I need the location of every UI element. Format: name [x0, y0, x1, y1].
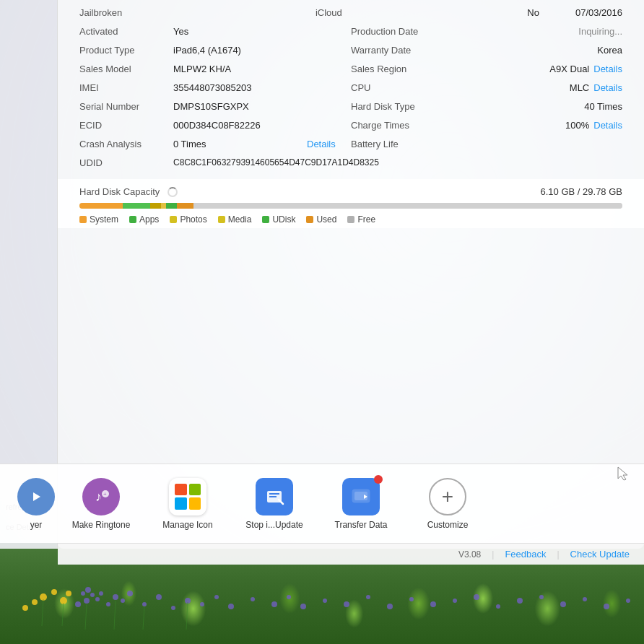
svg-point-11	[85, 587, 91, 593]
svg-line-53	[186, 602, 188, 630]
udid-label: UDID	[79, 157, 173, 168]
battery-life-label: Battery Life	[351, 139, 445, 154]
serial-number-value: DMPS10SFGXPX	[173, 101, 303, 112]
legend-used-dot	[306, 216, 313, 223]
legend-free-label: Free	[357, 214, 375, 225]
battery-details-link[interactable]: Details	[593, 120, 622, 131]
production-date-label: Production Date	[351, 26, 445, 41]
udid-value: C8C8C1F0632793914605654D47C9D17A1D4D8325	[173, 157, 622, 168]
svg-point-36	[474, 594, 479, 600]
svg-point-8	[90, 593, 95, 597]
legend-apps-label: Apps	[139, 214, 159, 225]
legend-photos-label: Photos	[180, 214, 206, 225]
svg-point-13	[75, 601, 81, 607]
serial-number-label: Serial Number	[79, 101, 173, 112]
svg-line-55	[62, 603, 64, 626]
disk-section: Hard Disk Capacity 6.10 GB / 29.78 GB Sy…	[58, 179, 644, 228]
ecid-value: 000D384C08F82226	[173, 120, 303, 131]
activated-label: Activated	[79, 26, 173, 37]
footer-sep2: |	[557, 549, 559, 560]
transfer-data-icon	[342, 478, 380, 515]
disk-capacity-value: 6.10 GB / 29.78 GB	[541, 186, 622, 197]
legend-system: System	[79, 214, 118, 225]
toolbar-stop-update[interactable]: Stop i...Update	[231, 472, 318, 536]
legend-used: Used	[306, 214, 336, 225]
feedback-link[interactable]: Feedback	[505, 549, 546, 560]
legend-system-label: System	[90, 214, 118, 225]
toolbar-player[interactable]: yer	[14, 472, 58, 536]
svg-marker-56	[33, 492, 40, 501]
disk-title-label: Hard Disk Capacity	[79, 186, 160, 197]
svg-point-30	[344, 601, 349, 607]
progress-apps	[123, 203, 150, 209]
legend-system-dot	[79, 216, 87, 223]
progress-media	[161, 203, 167, 209]
svg-point-43	[626, 599, 630, 603]
disk-legend: System Apps Photos Media UDisk Used	[79, 214, 622, 225]
win-sq-red	[175, 484, 187, 496]
win-sq-yellow	[189, 497, 201, 510]
jailbroken-label: Jailbroken	[79, 7, 173, 18]
hard-disk-details-link[interactable]: Details	[593, 82, 622, 93]
legend-media-label: Media	[228, 214, 252, 225]
svg-point-47	[32, 599, 38, 605]
progress-system	[79, 203, 123, 209]
svg-point-35	[453, 599, 457, 603]
win-sq-green	[189, 484, 201, 496]
legend-free: Free	[347, 214, 375, 225]
svg-point-22	[200, 602, 204, 606]
charge-times-value: 40 Times	[584, 101, 622, 116]
progress-udisk	[166, 203, 177, 209]
svg-point-29	[323, 599, 327, 603]
toolbar-transfer-data[interactable]: Transfer Data	[318, 472, 404, 536]
svg-point-18	[142, 602, 147, 606]
svg-point-27	[287, 595, 291, 599]
customize-label: Customize	[427, 520, 469, 530]
progress-free	[193, 203, 622, 209]
crash-analysis-value: 0 Times	[173, 139, 303, 149]
imei-value: 355448073085203	[173, 82, 303, 93]
sales-model-label: Sales Model	[79, 64, 173, 74]
crash-details-link[interactable]: Details	[307, 139, 336, 149]
svg-point-15	[113, 594, 118, 600]
toolbar-manage-icon[interactable]: Manage Icon	[144, 472, 231, 536]
loading-spinner	[167, 187, 178, 197]
make-ringtone-label: Make Ringtone	[72, 520, 131, 530]
player-label: yer	[30, 520, 43, 530]
svg-point-41	[583, 597, 587, 601]
legend-apps-dot	[129, 216, 136, 223]
cpu-details-link[interactable]: Details	[593, 64, 622, 74]
legend-photos: Photos	[170, 214, 206, 225]
svg-point-9	[81, 591, 85, 596]
svg-point-7	[84, 598, 90, 604]
hard-disk-type-value: MLC	[570, 82, 589, 93]
legend-photos-dot	[170, 216, 177, 223]
toolbar-make-ringtone[interactable]: ♪ + Make Ringtone	[58, 472, 144, 536]
svg-point-14	[106, 602, 110, 606]
bottom-toolbar: yer ♪ + Make Ringtone Manage Icon	[0, 464, 644, 543]
footer-bar: V3.08 | Feedback | Check Update	[58, 543, 644, 565]
toolbar-customize[interactable]: + Customize	[404, 472, 491, 536]
crash-analysis-label: Crash Analysis	[79, 139, 173, 149]
customize-icon: +	[429, 478, 466, 515]
sales-model-value: MLPW2 KH/A	[173, 64, 303, 74]
svg-point-49	[22, 605, 28, 611]
charge-times-label: Charge Times	[351, 120, 445, 135]
activated-value: Yes	[173, 26, 303, 37]
svg-point-42	[604, 604, 609, 609]
mouse-cursor	[617, 466, 631, 482]
svg-point-24	[228, 604, 234, 609]
legend-udisk-label: UDisk	[272, 214, 295, 225]
legend-apps: Apps	[129, 214, 159, 225]
svg-point-12	[99, 591, 103, 596]
version-label: V3.08	[458, 549, 481, 560]
jailbroken-value: No	[409, 7, 539, 22]
check-update-link[interactable]: Check Update	[570, 549, 630, 560]
svg-point-23	[214, 595, 219, 599]
svg-point-26	[271, 601, 277, 607]
warranty-date-value: Inquiring...	[578, 26, 622, 41]
icloud-label: iCloud	[316, 7, 409, 22]
progress-photos	[150, 203, 161, 209]
svg-line-54	[42, 599, 43, 626]
battery-life-value: 100%	[565, 120, 589, 131]
